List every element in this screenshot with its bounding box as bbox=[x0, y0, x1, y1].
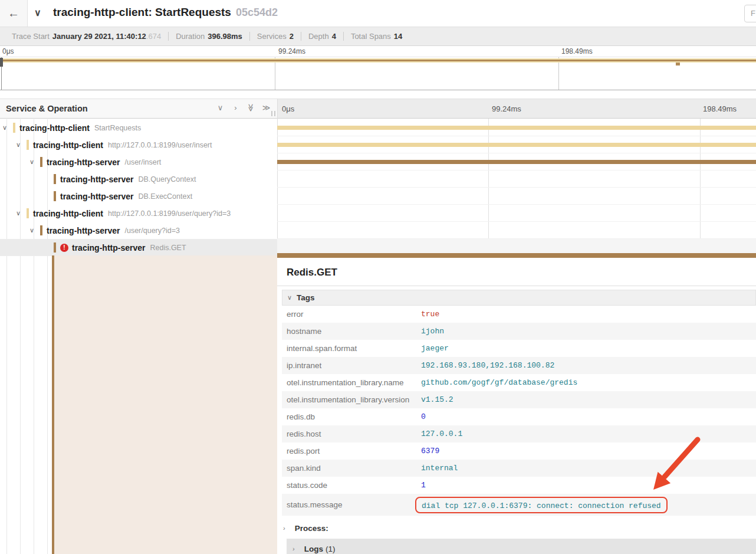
span-color-chip bbox=[54, 242, 56, 253]
tag-row-status-code: status.code 1 bbox=[282, 477, 756, 494]
span-color-chip bbox=[13, 123, 15, 133]
tags-accordion-header[interactable]: ∨ Tags bbox=[282, 290, 756, 306]
span-operation: DB.QueryContext bbox=[138, 175, 196, 183]
span-operation: DB.ExecContext bbox=[138, 192, 192, 201]
span-bar[interactable] bbox=[277, 143, 756, 147]
tag-row-span-kind: span.kind internal bbox=[282, 460, 756, 477]
selected-span-bar bbox=[277, 253, 756, 258]
span-row-user-query-client[interactable]: ∨ tracing-http-client http://127.0.0.1:8… bbox=[0, 205, 756, 222]
timeline-tick-2: 198.49ms bbox=[703, 104, 737, 113]
chevron-down-icon[interactable]: ∨ bbox=[2, 124, 13, 132]
annotation-highlight-box: dial tcp 127.0.0.1:6379: connect: connec… bbox=[415, 497, 668, 513]
process-label: Process: bbox=[295, 524, 328, 533]
logs-label: Logs bbox=[304, 545, 323, 553]
trace-services: Services2 bbox=[249, 32, 301, 41]
span-row-db-execcontext[interactable]: tracing-http-server DB.ExecContext bbox=[0, 188, 756, 205]
span-operation: http://127.0.0.1:8199/user/query?id=3 bbox=[108, 209, 231, 218]
error-icon: ! bbox=[60, 244, 68, 252]
tag-row-redis-host: redis.host 127.0.0.1 bbox=[282, 425, 756, 442]
trace-total-spans: Total Spans14 bbox=[343, 32, 409, 41]
chevron-right-icon: › bbox=[283, 525, 285, 532]
span-service: tracing-http-server bbox=[60, 192, 133, 201]
timeline-tick-0: 0μs bbox=[282, 104, 294, 113]
minimap-tick-labels: 0μs 99.24ms 198.49ms bbox=[0, 47, 756, 56]
timeline-tick-1: 99.24ms bbox=[492, 104, 521, 113]
tags-table: error true hostname ijohn internal.span.… bbox=[282, 306, 756, 516]
span-row-user-query-server[interactable]: ∨ tracing-http-server /user/query?id=3 bbox=[0, 222, 756, 239]
trace-depth: Depth4 bbox=[301, 32, 343, 41]
trace-summary-bar: Trace StartJanuary 29 2021, 11:40:12.674… bbox=[0, 27, 756, 46]
minimap-tick-1: 99.24ms bbox=[278, 47, 305, 55]
page-title: tracing-http-client: StartRequests05c54d… bbox=[53, 6, 278, 19]
span-bar[interactable] bbox=[277, 126, 756, 130]
span-row-db-querycontext[interactable]: tracing-http-server DB.QueryContext bbox=[0, 171, 756, 188]
trace-duration: Duration396.98ms bbox=[168, 32, 249, 41]
trace-id-short: 05c54d2 bbox=[236, 6, 278, 18]
span-service: tracing-http-client bbox=[33, 209, 103, 218]
tags-header-label: Tags bbox=[297, 293, 315, 302]
expand-all-icon[interactable]: ≫ bbox=[262, 103, 271, 112]
span-color-chip bbox=[40, 225, 42, 235]
chevron-down-icon: ∨ bbox=[34, 8, 41, 18]
back-button[interactable]: ← bbox=[0, 0, 28, 27]
detail-left-tint bbox=[54, 255, 277, 554]
tag-row-internal-span-format: internal.span.format jaeger bbox=[282, 340, 756, 357]
span-operation: /user/insert bbox=[124, 158, 161, 166]
collapse-all-icon[interactable]: ≫ bbox=[246, 104, 255, 112]
top-bar: ← ∨ tracing-http-client: StartRequests05… bbox=[0, 0, 756, 27]
span-color-chip bbox=[27, 208, 29, 218]
service-operation-header: Service & Operation bbox=[6, 104, 88, 113]
span-list-header: Service & Operation ∨ › ≫ ≫ bbox=[0, 99, 277, 119]
tag-row-ip-intranet: ip.intranet 192.168.93.180,192.168.100.8… bbox=[282, 357, 756, 374]
chevron-down-icon[interactable]: ∨ bbox=[29, 227, 40, 234]
trace-minimap[interactable] bbox=[0, 57, 756, 90]
minimap-tick-2: 198.49ms bbox=[561, 47, 593, 55]
span-color-chip bbox=[40, 157, 42, 167]
expand-one-icon[interactable]: › bbox=[231, 103, 240, 112]
minimap-tick-0: 0μs bbox=[2, 47, 14, 55]
logs-accordion-header[interactable]: › Logs (1) bbox=[287, 539, 756, 554]
span-operation: /user/query?id=3 bbox=[124, 227, 179, 235]
tag-row-hostname: hostname ijohn bbox=[282, 323, 756, 340]
span-row-startrequests[interactable]: ∨ tracing-http-client StartRequests bbox=[0, 119, 756, 136]
span-service: tracing-http-server bbox=[47, 226, 120, 235]
process-accordion-header[interactable]: › Process: bbox=[277, 519, 756, 537]
span-row-user-insert-client[interactable]: ∨ tracing-http-client http://127.0.0.1:8… bbox=[0, 136, 756, 153]
tag-row-redis-port: redis.port 6379 bbox=[282, 442, 756, 460]
span-service: tracing-http-client bbox=[19, 123, 90, 133]
chevron-right-icon: › bbox=[292, 545, 295, 552]
tag-row-otel-lib-version: otel.instrumentation_library.version v1.… bbox=[282, 391, 756, 408]
span-row-user-insert-server[interactable]: ∨ tracing-http-server /user/insert bbox=[0, 153, 756, 171]
chevron-down-icon[interactable]: ∨ bbox=[16, 209, 27, 217]
chevron-down-icon: ∨ bbox=[287, 294, 292, 301]
span-color-chip bbox=[54, 174, 56, 184]
tag-row-redis-db: redis.db 0 bbox=[282, 408, 756, 425]
chevron-down-icon[interactable]: ∨ bbox=[29, 158, 40, 166]
span-service: tracing-http-server bbox=[72, 243, 145, 253]
trace-title-text: tracing-http-client: StartRequests bbox=[53, 6, 231, 18]
span-service: tracing-http-server bbox=[60, 175, 133, 184]
tag-row-otel-lib-name: otel.instrumentation_library.name github… bbox=[282, 374, 756, 391]
collapse-one-icon[interactable]: ∨ bbox=[216, 103, 225, 112]
chevron-down-icon[interactable]: ∨ bbox=[16, 141, 27, 149]
span-service: tracing-http-client bbox=[33, 140, 103, 150]
span-service: tracing-http-server bbox=[47, 158, 120, 167]
column-resize-grip[interactable] bbox=[271, 111, 275, 116]
tag-row-status-message: status.message dial tcp 127.0.0.1:6379: … bbox=[282, 494, 756, 516]
minimap-scrubber-handle[interactable] bbox=[0, 58, 3, 67]
span-rows: ∨ tracing-http-client StartRequests ∨ tr… bbox=[0, 119, 756, 256]
jaeger-trace-view: ← ∨ tracing-http-client: StartRequests05… bbox=[0, 0, 756, 554]
minimap-short-span-mark bbox=[676, 63, 680, 65]
find-button[interactable]: F bbox=[744, 5, 756, 22]
trace-collapse-toggle[interactable]: ∨ bbox=[34, 7, 41, 18]
minimap-server-spans-band bbox=[0, 60, 756, 61]
span-color-chip bbox=[27, 140, 29, 150]
span-detail-panel: Redis.GET ∨ Tags error true hostname ijo… bbox=[277, 258, 756, 554]
span-operation: Redis.GET bbox=[150, 244, 186, 252]
detail-span-title: Redis.GET bbox=[277, 258, 756, 286]
tag-row-error: error true bbox=[282, 306, 756, 323]
span-color-chip bbox=[54, 191, 56, 201]
trace-start: Trace StartJanuary 29 2021, 11:40:12.674 bbox=[5, 32, 168, 41]
span-operation: http://127.0.0.1:8199/user/insert bbox=[108, 141, 212, 149]
span-bar[interactable] bbox=[277, 160, 756, 164]
